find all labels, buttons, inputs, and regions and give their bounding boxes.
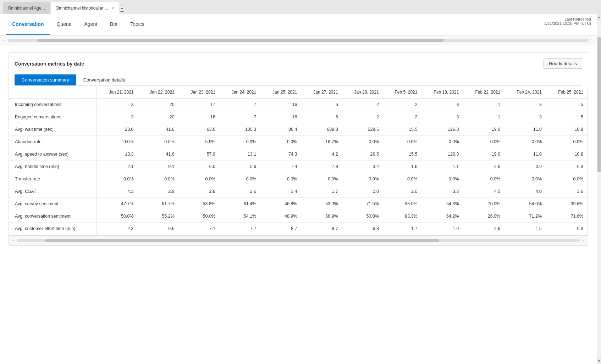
scrollbar-up-button[interactable]: ▲ [597,14,601,20]
add-tab-button[interactable]: + [120,5,124,12]
browser-tab-2-label: Omnichannel historical an... [56,6,108,11]
cell-4-9: 19.0 [463,148,504,161]
cell-5-7: 1.6 [383,161,422,173]
cell-9-9: 26.0% [463,210,504,223]
metrics-card: Conversation metrics by date Hourly deta… [9,52,588,246]
cell-3-11: 0.0% [546,136,588,148]
cell-5-1: 9.1 [138,161,179,173]
table-row: Avg. wait time (sec)23.041.663.6135.386.… [9,123,588,136]
table-row: Avg. handle time (min)2.19.16.05.67.47.8… [9,161,588,173]
cell-9-1: 55.2% [138,210,179,223]
row-label-6: Transfer rate [9,173,97,185]
scrollbar-down-button[interactable]: ▼ [597,358,601,364]
cell-6-0: 0.0% [97,173,138,185]
cell-9-5: 66.9% [301,210,342,223]
cell-7-1: 2.9 [138,185,179,198]
hourly-details-button[interactable]: Hourly details [544,58,582,69]
cell-9-0: 50.0% [97,210,138,223]
last-refreshed: Last Refreshed 3/21/2021 10:18 PM (UTC) [544,17,591,26]
cell-5-6: 3.4 [342,161,383,173]
cell-8-4: 46.8% [260,198,301,210]
cell-5-10: 0.9 [504,161,546,173]
browser-tab-1[interactable]: Omnichannel Age... [3,2,50,14]
cell-7-2: 2.8 [179,185,220,198]
cell-5-0: 2.1 [97,161,138,173]
col-header-8: Feb 18, 2021 [421,86,463,99]
cell-9-3: 54.1% [220,210,260,223]
browser-tab-2[interactable]: Omnichannel historical an... ✕ [51,2,119,14]
close-tab-icon[interactable]: ✕ [111,6,114,11]
cell-9-4: 48.9% [260,210,301,223]
cell-7-9: 4.0 [463,185,504,198]
table-row: Incoming conversations320177166223135 [9,99,588,111]
cell-3-1: 0.0% [138,136,179,148]
nav-tab-bot[interactable]: Bot [104,14,124,35]
scroll-left-icon[interactable]: ‹ [3,38,7,43]
cell-1-9: 1 [463,111,504,123]
scroll-right-icon[interactable]: › [590,38,594,43]
cell-3-8: 0.0% [421,136,463,148]
scrollbar-track-vertical[interactable] [597,20,601,358]
table-row: Avg. customer effort time (min)2.39.67.1… [9,223,588,235]
nav-tab-queue[interactable]: Queue [50,14,78,35]
cell-2-4: 86.4 [260,123,301,136]
cell-2-9: 19.0 [463,123,504,136]
nav-tab-topics[interactable]: Topics [124,14,151,35]
section-header: Conversation metrics by date Hourly deta… [15,58,582,69]
row-label-8: Avg. survey sentiment [9,198,97,210]
cell-8-0: 47.7% [97,198,138,210]
col-header-0: Jan 21, 2021 [97,86,138,99]
cell-2-7: 15.5 [383,123,422,136]
col-header-2: Jan 23, 2021 [179,86,220,99]
cell-8-2: 53.8% [179,198,220,210]
cell-4-11: 10.8 [546,148,588,161]
cell-5-4: 7.4 [260,161,301,173]
cell-4-1: 41.6 [138,148,179,161]
last-refreshed-value: 3/21/2021 10:18 PM (UTC) [544,21,591,26]
col-header-10: Feb 24, 2021 [504,86,546,99]
cell-1-5: 5 [301,111,342,123]
cell-4-6: 26.5 [342,148,383,161]
nav-tab-agent[interactable]: Agent [78,14,104,35]
cell-2-0: 23.0 [97,123,138,136]
bottom-scroll-area: ‹ › [9,235,588,245]
scroll-track-top[interactable] [8,39,588,42]
cell-8-3: 61.4% [220,198,260,210]
cell-0-7: 2 [383,99,422,111]
cell-6-9: 0.0% [463,173,504,185]
cell-0-5: 6 [301,99,342,111]
cell-1-0: 3 [97,111,138,123]
col-header-1: Jan 22, 2021 [138,86,179,99]
data-table-container[interactable]: Jan 21, 2021 Jan 22, 2021 Jan 23, 2021 J… [9,86,588,235]
cell-7-7: 2.0 [383,185,422,198]
sub-tab-details[interactable]: Conversation details [76,74,132,85]
cell-0-3: 7 [220,99,260,111]
table-row: Transfer rate0.0%0.0%0.0%0.0%0.0%0.0%0.0… [9,173,588,185]
cell-7-10: 4.0 [504,185,546,198]
cell-7-0: 4.3 [97,185,138,198]
bottom-scroll-right-icon[interactable]: › [581,238,585,243]
browser-tab-1-label: Omnichannel Age... [8,6,45,11]
scroll-thumb-top [37,39,443,42]
cell-6-2: 0.0% [179,173,220,185]
scroll-track-bottom[interactable] [17,239,579,242]
cell-7-5: 1.7 [301,185,342,198]
cell-0-0: 3 [97,99,138,111]
sub-tab-summary[interactable]: Conversation summary [15,74,76,85]
cell-7-8: 3.3 [421,185,463,198]
cell-6-1: 0.0% [138,173,179,185]
cell-0-6: 2 [342,99,383,111]
cell-4-4: 74.3 [260,148,301,161]
metrics-table: Jan 21, 2021 Jan 22, 2021 Jan 23, 2021 J… [9,86,588,235]
row-label-4: Avg. speed to answer (sec) [9,148,97,161]
table-header-row: Jan 21, 2021 Jan 22, 2021 Jan 23, 2021 J… [9,86,588,99]
bottom-scroll-left-icon[interactable]: ‹ [12,238,16,243]
nav-tabs: Conversation Queue Agent Bot Topics [6,14,151,35]
cell-9-2: 50.0% [179,210,220,223]
nav-tab-conversation[interactable]: Conversation [6,14,50,35]
cell-3-6: 0.0% [342,136,383,148]
cell-3-2: 5.9% [179,136,220,148]
cell-5-5: 7.8 [301,161,342,173]
row-label-10: Avg. customer effort time (min) [9,223,97,235]
last-refreshed-label: Last Refreshed [544,17,591,21]
